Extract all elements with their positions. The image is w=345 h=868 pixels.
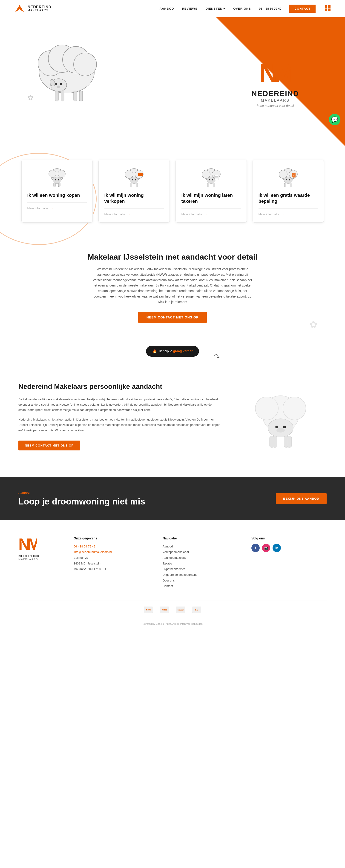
makelaar-title: Makelaar IJsselstein met aandacht voor d… — [19, 252, 326, 261]
svg-text:M: M — [274, 59, 292, 86]
footer-top: N M NEDEREIND MAKELAARS Onze gegevens 06… — [19, 536, 326, 589]
footer: N M NEDEREIND MAKELAARS Onze gegevens 06… — [0, 520, 345, 636]
partner-badge-3: NWWI — [176, 607, 185, 613]
svg-text:€: € — [293, 174, 294, 176]
footer-logo: N M NEDEREIND MAKELAARS — [19, 536, 60, 589]
card-sheep-4: € — [277, 167, 300, 188]
instagram-icon[interactable]: 📷 — [262, 544, 270, 552]
footer-address: Balkhuit 27 — [73, 555, 149, 561]
footer-email[interactable]: info@nedereindmakelaars.nl — [73, 549, 149, 555]
card-sheep-2 — [123, 167, 146, 188]
footer-nav-taxatie[interactable]: Taxatie — [163, 561, 238, 566]
footer-nav-zoek[interactable]: Uitgebreide zoekopdracht — [163, 572, 238, 578]
svg-point-28 — [125, 170, 133, 179]
header: NEDEREIND MAKELAARS AANBOD REVIEWS DIENS… — [0, 0, 345, 17]
hero-brand: N M NEDEREIND MAKELAARS heeft aandacht v… — [252, 59, 299, 107]
persoonlijke-para2: Nedereind Makelaars is niet alleen actie… — [19, 417, 221, 433]
svg-point-31 — [132, 179, 133, 181]
logo[interactable]: NEDEREIND MAKELAARS — [14, 3, 51, 14]
makelaar-cta-button[interactable]: NEEM CONTACT MET ONS OP — [138, 312, 207, 323]
svg-rect-56 — [290, 183, 292, 187]
footer-nav-aankoop[interactable]: Aankoopmakelaar — [163, 555, 238, 561]
grid-menu-icon[interactable] — [325, 5, 331, 12]
chat-bubble[interactable]: 🔥 Ik help je graag verder — [146, 346, 199, 356]
aanbod-content: Aanbod Loop je droomwoning niet mis — [19, 491, 145, 506]
partner-badge-1: NVM — [144, 607, 153, 613]
linkedin-icon[interactable]: in — [273, 544, 281, 552]
footer-partners: NVM funda NWWI EG — [19, 600, 326, 619]
svg-point-30 — [130, 177, 138, 184]
card-sheep-1 — [45, 167, 68, 188]
footer-social: Volg ons f 📷 in — [251, 536, 326, 589]
aanbod-label: Aanbod — [19, 491, 145, 494]
footer-gegevens: Onze gegevens 06 - 38 59 79 49 info@nede… — [73, 536, 149, 589]
svg-point-52 — [284, 177, 292, 184]
nav-diensten[interactable]: DIENSTEN ▾ — [206, 7, 225, 10]
footer-nav-over[interactable]: Over ons — [163, 578, 238, 584]
persoonlijke-title: Nedereind Makelaars persoonlijke aandach… — [19, 382, 221, 391]
card-verkopen-link[interactable]: Meer informatie → — [104, 208, 164, 217]
arrow-icon-3: → — [204, 212, 208, 217]
card-kopen-title: Ik wil een woning kopen — [27, 192, 87, 198]
svg-text:✿: ✿ — [28, 94, 33, 101]
card-waarde-link[interactable]: Meer informatie → — [258, 208, 318, 217]
arrow-icon-4: → — [281, 212, 285, 217]
logo-sub: MAKELAARS — [28, 9, 51, 12]
svg-point-22 — [53, 177, 61, 184]
footer-gegevens-title: Onze gegevens — [73, 536, 149, 540]
svg-rect-33 — [130, 183, 132, 187]
svg-rect-45 — [215, 175, 219, 180]
facebook-icon[interactable]: f — [251, 544, 260, 552]
persoonlijke-content: Nedereind Makelaars persoonlijke aandach… — [19, 382, 221, 463]
bekijk-aanbod-button[interactable]: BEKIJK ONS AANBOD — [276, 493, 326, 504]
footer-city: 3402 MC IJsselstein — [73, 561, 149, 566]
nav-reviews[interactable]: REVIEWS — [182, 7, 197, 10]
whatsapp-button[interactable]: 💬 — [329, 114, 340, 125]
footer-nav-contact[interactable]: Contact — [163, 583, 238, 589]
card-sheep-3 — [200, 167, 223, 188]
svg-rect-67 — [270, 436, 274, 447]
hero-section: ✿ N M NEDEREIND MAKELAARS heeft aandacht… — [0, 17, 345, 146]
card-kopen-link[interactable]: Meer informatie → — [27, 202, 87, 211]
contact-button[interactable]: CONTACT — [289, 5, 316, 13]
phone-number[interactable]: 06 – 38 59 79 49 — [259, 7, 282, 10]
persoonlijke-image — [234, 382, 326, 463]
footer-social-title: Volg ons — [251, 536, 326, 540]
footer-nav-hyp[interactable]: Hypotheekadvies — [163, 566, 238, 572]
persoonlijke-section: Nedereind Makelaars persoonlijke aandach… — [0, 368, 345, 477]
card-waarde-title: Ik wil een gratis waarde bepaling — [258, 192, 318, 204]
footer-nav-verkopen[interactable]: Verkopenmakelaaar — [163, 549, 238, 555]
svg-point-60 — [283, 397, 306, 420]
svg-point-38 — [202, 170, 210, 179]
svg-point-54 — [289, 179, 290, 181]
hero-sheep-illustration: ✿ — [23, 31, 111, 104]
flower-decoration: ✿ — [310, 319, 317, 330]
svg-point-24 — [58, 179, 59, 181]
svg-point-32 — [135, 179, 136, 181]
svg-rect-25 — [54, 183, 56, 187]
logo-brand: NEDEREIND — [28, 5, 51, 9]
card-verkopen-title: Ik wil mijn woning verkopen — [104, 192, 164, 204]
svg-point-9 — [60, 83, 62, 85]
footer-phone[interactable]: 06 - 38 59 79 49 — [73, 544, 149, 550]
svg-rect-36 — [138, 173, 143, 176]
chat-text: Ik help je graag verder — [159, 349, 193, 353]
footer-brand: NEDEREIND — [19, 554, 60, 558]
nav-over-ons[interactable]: OVER ONS — [233, 7, 251, 10]
nav-aanbod[interactable]: AANBOD — [159, 7, 174, 10]
powered-by: Powered by Code & Pizza. Alle rechten vo… — [19, 619, 326, 629]
arrow-icon: → — [50, 206, 54, 211]
svg-point-10 — [57, 86, 60, 88]
persoonlijke-cta-button[interactable]: NEEM CONTACT MET ONS OP — [19, 440, 80, 451]
svg-point-62 — [275, 426, 278, 428]
svg-rect-68 — [287, 436, 292, 447]
footer-nav-aanbod[interactable]: Aanbod — [163, 544, 238, 550]
svg-rect-12 — [61, 91, 64, 101]
arrow-icon-2: → — [127, 212, 131, 217]
partner-badge-2: funda — [160, 607, 169, 613]
cards-row: Ik wil een woning kopen Meer informatie … — [19, 160, 326, 223]
services-section: Ik wil een woning kopen Meer informatie … — [0, 146, 345, 236]
svg-rect-55 — [284, 183, 286, 187]
svg-rect-14 — [80, 91, 83, 101]
card-taxeren-link[interactable]: Meer informatie → — [182, 208, 241, 217]
